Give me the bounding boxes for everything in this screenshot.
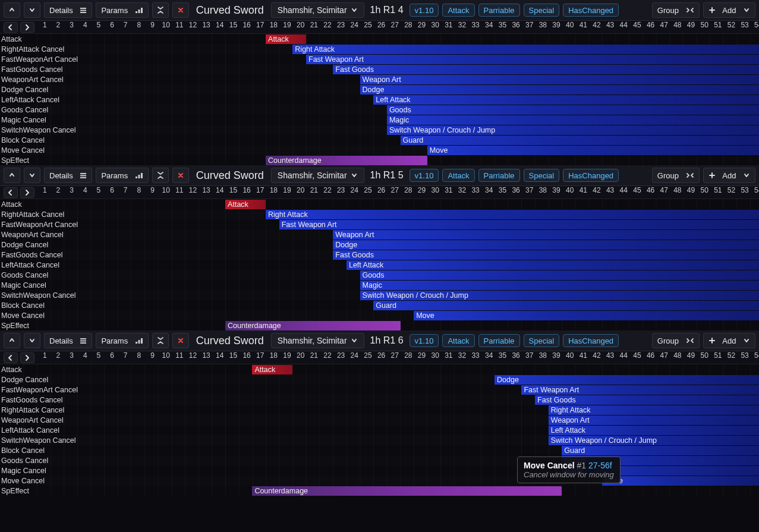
details-button[interactable]: Details <box>44 168 92 183</box>
timeline-bar[interactable]: Dodge <box>333 240 759 250</box>
params-button[interactable]: Params <box>96 168 148 183</box>
ruler-next-button[interactable] <box>20 187 34 198</box>
track-row[interactable]: AttackAttack <box>0 34 759 44</box>
track-row[interactable]: SpEffectCounterdamage <box>0 155 759 165</box>
track-row[interactable]: RightAttack CancelRight Attack <box>0 405 759 415</box>
timeline-bar[interactable]: Weapon Art <box>549 415 759 425</box>
timeline-bar[interactable]: Fast Weapon Art <box>521 385 759 395</box>
timeline-bar[interactable]: Fast Goods <box>535 395 759 405</box>
ruler-prev-button[interactable] <box>4 22 18 33</box>
frame-ruler[interactable]: 1234567891011121314151617181920212223242… <box>38 186 759 199</box>
special-tag[interactable]: Special <box>524 334 560 347</box>
timeline-bar[interactable]: Guard <box>562 446 759 455</box>
haschanged-tag[interactable]: HasChanged <box>563 334 619 347</box>
timeline-bar[interactable]: Fast Weapon Art <box>279 220 759 229</box>
close-button[interactable] <box>172 333 189 348</box>
timeline-bar[interactable]: Magic <box>562 466 759 476</box>
timeline-bar[interactable]: Switch Weapon / Crouch / Jump <box>549 436 759 445</box>
timeline-bar[interactable]: Fast Goods <box>333 65 759 74</box>
track-row[interactable]: FastGoods CancelFast Goods <box>0 250 759 260</box>
timeline-bar[interactable]: Magic <box>387 115 759 125</box>
track-row[interactable]: Move CancelMoveMove Cancel #1 27-56fCanc… <box>0 476 759 486</box>
track-row[interactable]: Goods CancelGoods <box>0 270 759 280</box>
track-row[interactable]: LeftAttack CancelLeft Attack <box>0 95 759 105</box>
timeline-bar[interactable]: Weapon Art <box>360 75 759 84</box>
timeline-bar[interactable]: Weapon Art <box>333 230 759 240</box>
weapon-select[interactable]: Shamshir, Scimitar <box>271 168 364 183</box>
track-row[interactable]: LeftAttack CancelLeft Attack <box>0 260 759 270</box>
timeline-bar[interactable]: Counterdamage <box>252 486 562 496</box>
timeline-bar[interactable]: Left Attack <box>347 260 759 270</box>
collapse-down-button[interactable] <box>24 2 40 18</box>
timeline-bar[interactable]: Attack <box>225 200 266 209</box>
group-button[interactable]: Group <box>652 333 700 348</box>
timeline-bar[interactable]: Counterdamage <box>225 321 400 330</box>
close-button[interactable] <box>172 2 189 18</box>
collapse-down-button[interactable] <box>24 168 40 183</box>
track-row[interactable]: Block CancelGuard <box>0 300 759 310</box>
timeline-bar[interactable]: Right Attack <box>266 210 759 219</box>
track-row[interactable]: Dodge CancelDodge <box>0 374 759 385</box>
timeline-bar[interactable]: Guard <box>401 136 759 145</box>
timeline-bar[interactable]: Fast Goods <box>333 250 759 260</box>
params-button[interactable]: Params <box>96 2 148 18</box>
add-button[interactable]: Add <box>703 333 755 348</box>
haschanged-tag[interactable]: HasChanged <box>563 4 619 17</box>
frame-ruler[interactable]: 1234567891011121314151617181920212223242… <box>38 351 759 364</box>
track-row[interactable]: Goods CancelGoods <box>0 105 759 115</box>
group-button[interactable]: Group <box>652 2 700 18</box>
timeline-bar[interactable]: Attack <box>266 34 306 44</box>
track-row[interactable]: Move CancelMove <box>0 145 759 155</box>
track-row[interactable]: FastWeaponArt CancelFast Weapon Art <box>0 219 759 229</box>
track-row[interactable]: FastGoods CancelFast Goods <box>0 395 759 405</box>
timeline-bar[interactable]: Goods <box>562 456 759 465</box>
ruler-prev-button[interactable] <box>4 352 18 363</box>
attack-tag[interactable]: Attack <box>442 169 474 182</box>
track-row[interactable]: WeaponArt CancelWeapon Art <box>0 74 759 84</box>
timeline-bar[interactable]: Dodge <box>495 375 759 385</box>
timeline-bar[interactable]: Guard <box>373 301 759 310</box>
collapse-up-button[interactable] <box>4 333 20 348</box>
track-row[interactable]: SpEffectCounterdamage <box>0 320 759 330</box>
track-row[interactable]: LeftAttack CancelLeft Attack <box>0 425 759 435</box>
timeline-bar[interactable]: Dodge <box>360 85 759 95</box>
timeline-bar[interactable]: Magic <box>360 281 759 290</box>
special-tag[interactable]: Special <box>524 4 560 17</box>
close-button[interactable] <box>172 168 189 183</box>
timeline-bar[interactable]: Left Attack <box>373 95 759 105</box>
weapon-select[interactable]: Shamshir, Scimitar <box>271 333 364 348</box>
track-row[interactable]: AttackAttack <box>0 364 759 374</box>
parriable-tag[interactable]: Parriable <box>478 169 520 182</box>
add-button[interactable]: Add <box>703 168 755 183</box>
haschanged-tag[interactable]: HasChanged <box>563 169 619 182</box>
timeline-bar[interactable]: Goods <box>360 270 759 280</box>
timeline-bar[interactable]: Move <box>602 476 759 486</box>
ruler-next-button[interactable] <box>20 352 34 363</box>
timeline-bar[interactable]: Right Attack <box>549 405 759 415</box>
timeline-bar[interactable]: Switch Weapon / Crouch / Jump <box>387 125 759 135</box>
timeline-bar[interactable]: Left Attack <box>549 426 759 435</box>
compact-button[interactable] <box>152 2 169 18</box>
track-row[interactable]: SpEffectCounterdamage <box>0 486 759 496</box>
track-row[interactable]: WeaponArt CancelWeapon Art <box>0 415 759 425</box>
group-button[interactable]: Group <box>652 168 700 183</box>
special-tag[interactable]: Special <box>524 169 560 182</box>
track-row[interactable]: Goods CancelGoods <box>0 455 759 465</box>
track-row[interactable]: AttackAttack <box>0 199 759 209</box>
track-row[interactable]: Dodge CancelDodge <box>0 240 759 250</box>
track-row[interactable]: SwitchWeapon CancelSwitch Weapon / Crouc… <box>0 125 759 135</box>
track-row[interactable]: Move CancelMove <box>0 310 759 320</box>
track-row[interactable]: Block CancelGuard <box>0 135 759 145</box>
track-row[interactable]: SwitchWeapon CancelSwitch Weapon / Crouc… <box>0 290 759 300</box>
track-row[interactable]: FastWeaponArt CancelFast Weapon Art <box>0 385 759 395</box>
track-row[interactable]: Magic CancelMagic <box>0 115 759 125</box>
ruler-next-button[interactable] <box>20 22 34 33</box>
track-row[interactable]: RightAttack CancelRight Attack <box>0 209 759 219</box>
attack-tag[interactable]: Attack <box>442 334 474 347</box>
timeline-bar[interactable]: Goods <box>387 105 759 115</box>
track-row[interactable]: FastGoods CancelFast Goods <box>0 64 759 74</box>
compact-button[interactable] <box>152 333 169 348</box>
track-row[interactable]: SwitchWeapon CancelSwitch Weapon / Crouc… <box>0 435 759 445</box>
collapse-down-button[interactable] <box>24 333 40 348</box>
track-row[interactable]: Magic CancelMagic <box>0 280 759 290</box>
